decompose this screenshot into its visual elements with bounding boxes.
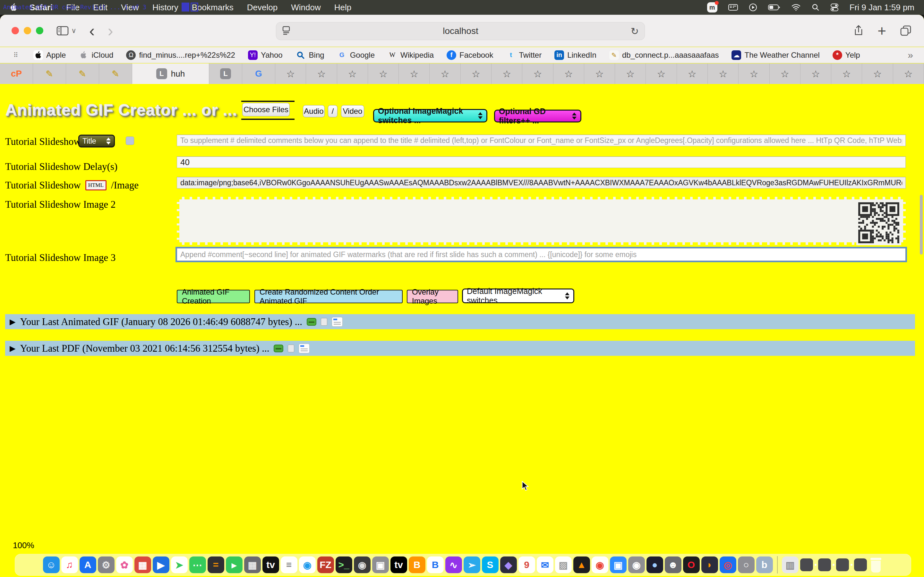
reload-icon[interactable]: ↻ (631, 26, 639, 37)
battery-icon[interactable] (768, 4, 780, 11)
favorite-db-connect[interactable]: ✎db_connect.p...aaasaaafaas (609, 50, 719, 60)
spotlight-icon[interactable] (812, 3, 819, 11)
comment-input[interactable] (177, 248, 906, 261)
dock-safari[interactable]: ◉ (299, 556, 316, 573)
tab-empty-17[interactable]: ☆ (770, 63, 800, 84)
dock-calendar[interactable]: 9 (519, 556, 535, 573)
favorite-wikipedia[interactable]: WWikipedia (388, 50, 434, 60)
minimize-window-button[interactable] (24, 27, 31, 34)
tab-empty-5[interactable]: ☆ (399, 63, 430, 84)
tab-empty-13[interactable]: ☆ (646, 63, 677, 84)
dock-bbedit[interactable]: B (427, 556, 444, 573)
randomized-order-button[interactable]: Create Randomized Content Order Animated… (254, 290, 403, 303)
favorite-weather-channel[interactable]: ☁The Weather Channel (732, 50, 819, 60)
tab-empty-21[interactable]: ☆ (893, 63, 924, 84)
dock-filezilla[interactable]: FZ (317, 556, 334, 573)
dock-earth[interactable]: ● (646, 556, 663, 573)
menu-item-help[interactable]: Help (334, 3, 351, 13)
dock-photo-booth[interactable]: ◉ (628, 556, 645, 573)
favorite-icloud[interactable]: iCloud (79, 50, 113, 60)
dock-textedit[interactable]: ≡ (281, 556, 297, 573)
tab-editor-1[interactable]: ✎ (33, 63, 66, 84)
play-icon[interactable] (749, 3, 757, 11)
dock-telegram[interactable]: ➢ (464, 556, 480, 573)
dock-animoji[interactable]: ☻ (665, 556, 682, 573)
dock-zoom[interactable]: ▣ (610, 556, 627, 573)
dock-display-prefs[interactable]: ▥ (782, 556, 798, 573)
tab-editor-2[interactable]: ✎ (66, 63, 99, 84)
dock-minimized-window-2[interactable] (818, 558, 831, 571)
compose-icon[interactable] (332, 317, 342, 327)
share-icon[interactable] (854, 25, 863, 37)
dock-music[interactable]: ♫ (61, 556, 78, 573)
delay-input[interactable] (177, 156, 906, 168)
url-text[interactable]: localhost (290, 26, 631, 36)
dock-preview[interactable]: ▨ (555, 556, 572, 573)
scrollbar-thumb[interactable] (920, 195, 923, 255)
animated-gif-creation-button[interactable]: Animated GIF Creation (177, 290, 250, 303)
tab-editor-3[interactable]: ✎ (99, 63, 132, 84)
tab-empty-2[interactable]: ☆ (306, 63, 337, 84)
dock-photos[interactable]: ✿ (116, 556, 133, 573)
file-icon[interactable] (321, 318, 327, 326)
tab-l-page[interactable]: L (209, 63, 242, 84)
dock-trash[interactable] (869, 556, 883, 573)
imagemagick-switches-select[interactable]: Optional ImageMagick switches ... (373, 109, 487, 122)
dock-minimized-window-3[interactable] (836, 558, 849, 571)
video-button[interactable]: Video (341, 105, 364, 117)
dock-minimized-window-4[interactable] (854, 558, 867, 571)
favorite-linkedin[interactable]: inLinkedIn (554, 50, 596, 60)
favorite-yelp[interactable]: *Yelp (833, 50, 860, 60)
last-pdf-bar[interactable]: ▶ Your Last PDF (November 03 2021 06:14:… (5, 341, 915, 356)
tab-empty-10[interactable]: ☆ (553, 63, 584, 84)
tab-empty-11[interactable]: ☆ (584, 63, 615, 84)
dock-mail[interactable]: ✉ (537, 556, 553, 573)
favorite-find-minus[interactable]: Ωfind_minus....rep+%22s%22 (126, 50, 235, 60)
tab-empty-15[interactable]: ☆ (708, 63, 738, 84)
control-center-icon[interactable] (830, 3, 838, 11)
default-imagemagick-select[interactable]: Default ImageMagick switches ... (462, 288, 574, 303)
favorite-yahoo[interactable]: Y!Yahoo (248, 50, 283, 60)
tab-google[interactable]: G (242, 63, 275, 84)
new-tab-icon[interactable]: + (877, 22, 886, 39)
title-config-input[interactable] (177, 135, 906, 146)
dock-messages[interactable]: ⋯ (189, 556, 206, 573)
tab-empty-12[interactable]: ☆ (615, 63, 646, 84)
tab-empty-1[interactable]: ☆ (275, 63, 306, 84)
dock-chrome[interactable]: ◉ (591, 556, 608, 573)
dock-github[interactable]: ◉ (354, 556, 371, 573)
dock-dock-divider[interactable] (777, 556, 778, 574)
tab-empty-9[interactable]: ☆ (522, 63, 553, 84)
sidebar-icon[interactable] (57, 26, 69, 35)
compose-icon[interactable] (299, 343, 310, 353)
wifi-icon[interactable] (791, 3, 801, 11)
address-bar[interactable]: localhost ↻ (276, 22, 645, 40)
favorite-favorites-grid[interactable]: ⠿ (11, 50, 21, 60)
disclosure-triangle-icon[interactable]: ▶ (10, 344, 15, 353)
disclosure-triangle-icon[interactable]: ▶ (10, 318, 15, 326)
close-window-button[interactable] (11, 27, 19, 34)
dock-vlc[interactable]: ▲ (573, 556, 590, 573)
dock-obsidian[interactable]: ◆ (500, 556, 517, 573)
file-icon[interactable] (288, 345, 294, 352)
dock-quicktime[interactable]: ▶ (153, 556, 170, 573)
dock-finder[interactable]: ☺ (43, 556, 60, 573)
tab-overview-icon[interactable] (900, 25, 911, 36)
gd-filters-select[interactable]: Optional GD filters++ ... (494, 110, 582, 122)
dock-darts[interactable]: ◎ (720, 556, 736, 573)
tab-cpanel[interactable]: cP (0, 63, 33, 84)
dock-opera[interactable]: O (683, 556, 700, 573)
dock-minimized-window-1[interactable] (800, 558, 813, 571)
gif-thumbnail-icon[interactable] (307, 318, 317, 326)
tab-empty-18[interactable]: ☆ (800, 63, 831, 84)
tab-empty-3[interactable]: ☆ (337, 63, 368, 84)
back-button[interactable]: ‹ (89, 23, 95, 38)
dock-launchpad[interactable]: ▦ (244, 556, 261, 573)
dock-calculator[interactable]: = (208, 556, 224, 573)
forward-button[interactable]: › (107, 23, 113, 38)
dock-tv[interactable]: tv (262, 556, 279, 573)
dock-magnifier-app[interactable]: ○ (738, 556, 754, 573)
menu-bar-clock[interactable]: Fri 9 Jan 1:59 pm (850, 3, 914, 13)
page-settings-icon[interactable] (282, 26, 290, 37)
favorite-apple[interactable]: Apple (33, 50, 66, 60)
